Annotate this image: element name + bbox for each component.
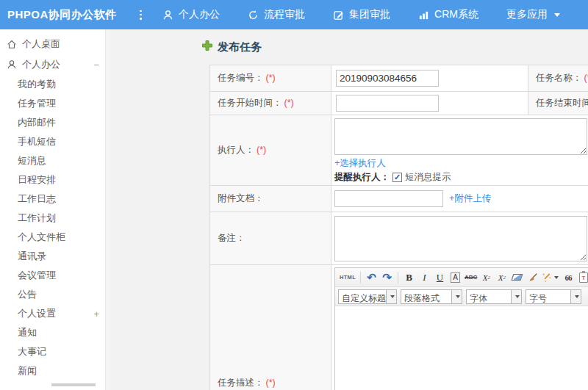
font-style-button[interactable]: A bbox=[451, 272, 460, 283]
bar-chart-icon bbox=[418, 10, 429, 21]
nav-label: CRM系统 bbox=[434, 8, 478, 21]
editor-content-area[interactable] bbox=[335, 306, 588, 390]
sidebar-item-announcement[interactable]: 公告 bbox=[0, 285, 110, 304]
quick-format-button[interactable] bbox=[541, 270, 559, 285]
italic-button[interactable]: I bbox=[417, 270, 431, 285]
task-no-field-cell bbox=[331, 65, 528, 92]
sms-remind-checkbox[interactable]: ✓ bbox=[392, 173, 402, 182]
magic-pen-icon bbox=[542, 272, 552, 283]
sidebar-item-clipped bbox=[51, 383, 96, 390]
strikethrough-button[interactable]: ABC bbox=[464, 270, 478, 285]
sidebar-item-contacts[interactable]: 通讯录 bbox=[0, 247, 110, 266]
start-time-label-cell: 任务开始时间：(*) bbox=[210, 92, 331, 115]
remark-label-cell: 备注： bbox=[210, 212, 331, 265]
top-navbar: PHPOA协同办公软件 个人办公 流程审批 集团审批 CRM系统 bbox=[0, 0, 588, 29]
start-time-field-cell bbox=[331, 92, 528, 115]
nav-crm-system[interactable]: CRM系统 bbox=[418, 8, 478, 21]
underline-button[interactable]: U bbox=[433, 270, 447, 285]
remind-executor-label: 提醒执行人： bbox=[334, 171, 390, 184]
choose-executor-link[interactable]: +选择执行人 bbox=[334, 158, 386, 168]
format-brush-button[interactable] bbox=[526, 270, 539, 285]
remark-textarea[interactable] bbox=[334, 216, 587, 261]
undo-button[interactable]: ↶ bbox=[365, 270, 379, 285]
publish-task-form: 任务编号：(*) 任务名称：(*) 任务开始时间：(*) 任务结束时间 bbox=[209, 65, 588, 390]
description-field-cell: HTML ↶ ↷ B I U A ABC X2 X2 bbox=[331, 265, 588, 390]
sidebar-item-desktop[interactable]: 个人桌面 bbox=[0, 34, 110, 54]
main-content: 发布任务 任务编号：(*) 任务名称：(*) 任务开始时间：(*) bbox=[110, 29, 588, 390]
sidebar-item-meeting[interactable]: 会议管理 bbox=[0, 266, 110, 285]
attachment-upload-link[interactable]: +附件上传 bbox=[449, 192, 491, 205]
task-name-label-cell: 任务名称：(*) bbox=[528, 65, 588, 92]
sidebar-item-news[interactable]: 新闻 bbox=[0, 361, 110, 380]
blockquote-button[interactable]: 66 bbox=[561, 270, 575, 285]
end-time-label-cell: 任务结束时间：(*) bbox=[528, 92, 588, 115]
sidebar-item-file-cabinet[interactable]: 个人文件柜 bbox=[0, 228, 110, 247]
sidebar-item-personal-settings[interactable]: 个人设置 + bbox=[0, 304, 110, 323]
chevron-down-icon bbox=[554, 13, 560, 17]
executor-field-cell: +选择执行人 提醒执行人： ✓ 短消息提示 bbox=[331, 115, 588, 186]
required-mark: (*) bbox=[584, 73, 588, 83]
sidebar-scrollbar[interactable] bbox=[105, 29, 110, 390]
attachment-input[interactable] bbox=[334, 190, 443, 207]
rich-text-editor: HTML ↶ ↷ B I U A ABC X2 X2 bbox=[334, 267, 588, 390]
sidebar-item-sms[interactable]: 手机短信 bbox=[0, 132, 110, 151]
sidebar-item-work-plan[interactable]: 工作计划 bbox=[0, 209, 110, 228]
nav-label: 更多应用 bbox=[506, 8, 548, 21]
task-no-label-cell: 任务编号：(*) bbox=[210, 65, 331, 92]
brand-logo[interactable]: PHPOA协同办公软件 bbox=[0, 8, 110, 22]
html-source-button[interactable]: HTML bbox=[339, 270, 356, 285]
sidebar-item-events[interactable]: 大事记 bbox=[0, 342, 110, 361]
person-icon bbox=[6, 59, 18, 70]
nav-label: 集团审批 bbox=[349, 8, 390, 21]
redo-button[interactable]: ↷ bbox=[380, 270, 394, 285]
page-header: 发布任务 bbox=[201, 40, 588, 54]
nav-label: 个人办公 bbox=[179, 8, 220, 21]
nav-process-approval[interactable]: 流程审批 bbox=[248, 8, 305, 21]
executor-label-cell: 执行人：(*) bbox=[210, 115, 331, 186]
subscript-button[interactable]: X2 bbox=[495, 270, 509, 285]
sms-remind-option-label: 短消息提示 bbox=[405, 171, 451, 184]
font-family-select[interactable]: 字体 bbox=[466, 289, 522, 304]
chevron-down-icon bbox=[575, 295, 579, 298]
chevron-down-icon bbox=[390, 295, 395, 298]
sidebar-item-label: 个人办公 bbox=[22, 58, 60, 71]
custom-heading-select[interactable]: 自定义标题 bbox=[338, 289, 397, 304]
start-time-input[interactable] bbox=[336, 95, 439, 112]
sidebar-item-internal-mail[interactable]: 内部邮件 bbox=[0, 113, 110, 132]
sidebar-item-work-log[interactable]: 工作日志 bbox=[0, 189, 110, 209]
sidebar: 个人桌面 个人办公 − 我的考勤 任务管理 内部邮件 手机短信 短消息 日程安排… bbox=[0, 29, 110, 390]
required-mark: (*) bbox=[257, 145, 266, 155]
process-approval-icon bbox=[248, 10, 259, 21]
superscript-button[interactable]: X2 bbox=[479, 270, 493, 285]
paste-from-word-button[interactable]: T bbox=[576, 270, 588, 285]
nav-group-approval[interactable]: 集团审批 bbox=[333, 8, 390, 21]
chevron-down-icon bbox=[515, 295, 520, 298]
required-mark: (*) bbox=[266, 73, 276, 83]
executor-textarea[interactable] bbox=[334, 118, 587, 155]
menu-toggle-icon[interactable] bbox=[140, 10, 142, 20]
expand-icon[interactable]: + bbox=[93, 308, 99, 319]
paragraph-format-select[interactable]: 段落格式 bbox=[401, 289, 462, 304]
task-no-input[interactable] bbox=[336, 70, 439, 87]
sidebar-item-short-message[interactable]: 短消息 bbox=[0, 151, 110, 170]
chevron-down-icon bbox=[456, 295, 460, 298]
sidebar-item-attendance[interactable]: 我的考勤 bbox=[0, 75, 110, 94]
add-plus-icon bbox=[201, 40, 213, 54]
remove-format-button[interactable] bbox=[510, 270, 524, 285]
eraser-icon bbox=[512, 274, 523, 281]
sidebar-item-schedule[interactable]: 日程安排 bbox=[0, 170, 110, 189]
collapse-icon[interactable]: − bbox=[93, 59, 99, 71]
home-icon bbox=[6, 39, 18, 49]
sidebar-item-notice[interactable]: 通知 bbox=[0, 323, 110, 342]
nav-more-apps[interactable]: 更多应用 bbox=[506, 8, 560, 21]
bold-button[interactable]: B bbox=[402, 270, 416, 285]
edit-icon bbox=[333, 10, 344, 21]
font-size-select[interactable]: 字号 bbox=[526, 289, 581, 304]
sidebar-item-task-management[interactable]: 任务管理 bbox=[0, 94, 110, 113]
brush-icon bbox=[528, 272, 538, 283]
nav-personal-office[interactable]: 个人办公 bbox=[162, 8, 220, 21]
sidebar-item-personal-office[interactable]: 个人办公 − bbox=[0, 54, 110, 75]
page-title: 发布任务 bbox=[218, 40, 262, 54]
attachment-field-cell: +附件上传 bbox=[331, 186, 588, 212]
chevron-down-icon bbox=[554, 276, 559, 279]
